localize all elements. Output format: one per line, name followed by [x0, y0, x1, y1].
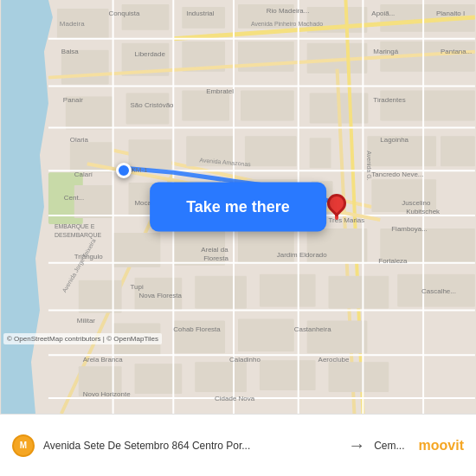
svg-text:Kubitschek: Kubitschek: [406, 208, 440, 215]
svg-text:Areial da: Areial da: [201, 246, 228, 254]
svg-rect-50: [135, 363, 183, 394]
destination-address: Cem...: [374, 440, 404, 452]
bottom-bar: M Avenida Sete De Setembro 864 Centro Po…: [0, 414, 476, 476]
svg-rect-51: [195, 362, 247, 392]
map-attribution: © OpenStreetMap contributors | © OpenMap…: [3, 333, 162, 344]
svg-rect-18: [241, 91, 294, 121]
svg-text:São Cristóvão: São Cristóvão: [131, 101, 175, 109]
svg-text:Cohab Floresta: Cohab Floresta: [173, 325, 221, 333]
svg-rect-25: [310, 138, 331, 168]
svg-text:Caladinho: Caladinho: [229, 356, 261, 363]
destination-marker: [327, 194, 346, 220]
svg-text:Balsa: Balsa: [61, 48, 79, 55]
svg-text:Embratel: Embratel: [206, 87, 234, 95]
svg-text:Castanheira: Castanheira: [294, 325, 331, 333]
svg-rect-39: [79, 280, 122, 313]
svg-text:Pantana...: Pantana...: [441, 48, 472, 55]
svg-text:Calarí: Calarí: [74, 170, 93, 178]
svg-rect-22: [129, 139, 172, 170]
svg-text:Militar: Militar: [77, 317, 96, 325]
svg-text:Flamboya...: Flamboya...: [391, 225, 428, 233]
svg-text:Arela Branca: Arela Branca: [83, 356, 124, 363]
svg-text:Industrial: Industrial: [186, 10, 215, 17]
svg-rect-41: [195, 276, 247, 309]
svg-text:Rio Madeira...: Rio Madeira...: [267, 7, 310, 15]
svg-text:Cidade Nova: Cidade Nova: [215, 395, 255, 402]
svg-rect-42: [260, 274, 316, 307]
svg-text:Madeira: Madeira: [60, 20, 85, 28]
svg-text:Jardim Eldorado: Jardim Eldorado: [277, 251, 327, 259]
svg-rect-47: [238, 318, 294, 351]
svg-text:DESEMBARQUE: DESEMBARQUE: [55, 232, 102, 239]
svg-text:Planalto I: Planalto I: [436, 10, 465, 17]
svg-text:EMBARQUE E: EMBARQUE E: [55, 223, 95, 230]
svg-text:Liberdade: Liberdade: [135, 50, 166, 58]
svg-text:Panair: Panair: [63, 96, 83, 104]
moovit-logo-icon: M: [12, 434, 35, 457]
svg-rect-52: [260, 360, 316, 390]
svg-text:Lagoinha: Lagoinha: [380, 136, 408, 144]
svg-text:Apoiã...: Apoiã...: [371, 10, 395, 17]
svg-text:Aeroclube: Aeroclube: [318, 356, 350, 363]
origin-address: Avenida Sete De Setembro 864 Centro Por.…: [43, 440, 339, 452]
moovit-text-logo: moovit: [419, 438, 464, 453]
svg-text:Olaria: Olaria: [70, 136, 89, 144]
svg-text:Cent...: Cent...: [64, 194, 84, 202]
svg-text:Maringá: Maringá: [373, 48, 398, 55]
svg-text:Juscelino: Juscelino: [402, 199, 431, 207]
route-arrow-icon: →: [348, 435, 365, 455]
svg-text:Cascalhe...: Cascalhe...: [421, 287, 456, 295]
svg-rect-43: [329, 276, 389, 309]
svg-text:Tupi: Tupi: [131, 283, 144, 291]
svg-text:Avenida Pinheiro Machado: Avenida Pinheiro Machado: [251, 21, 323, 27]
moovit-logo: M: [12, 434, 35, 457]
svg-rect-24: [245, 136, 297, 166]
map-container: Avenida Pinheiro Machado Avenida Amazona…: [0, 0, 476, 414]
origin-marker: [116, 163, 132, 178]
app: Avenida Pinheiro Machado Avenida Amazona…: [0, 0, 476, 476]
svg-text:Triângulo: Triângulo: [74, 253, 103, 261]
svg-rect-53: [329, 362, 389, 392]
take-me-there-button[interactable]: Take me there: [150, 183, 326, 232]
svg-text:Floresta: Floresta: [203, 254, 228, 262]
svg-text:Nova Floresta: Nova Floresta: [138, 292, 182, 299]
svg-text:Fortaleza: Fortaleza: [378, 257, 408, 265]
moovit-logo-text: moovit: [419, 438, 464, 453]
svg-text:Conquista: Conquista: [109, 10, 140, 17]
svg-rect-17: [182, 91, 229, 121]
svg-text:Tancredo Neve...: Tancredo Neve...: [371, 170, 423, 178]
svg-text:KM-1: KM-1: [132, 166, 149, 174]
svg-rect-27: [441, 136, 475, 166]
svg-text:Novo Horizonte: Novo Horizonte: [83, 390, 131, 398]
svg-text:Tiradentes: Tiradentes: [373, 96, 405, 104]
